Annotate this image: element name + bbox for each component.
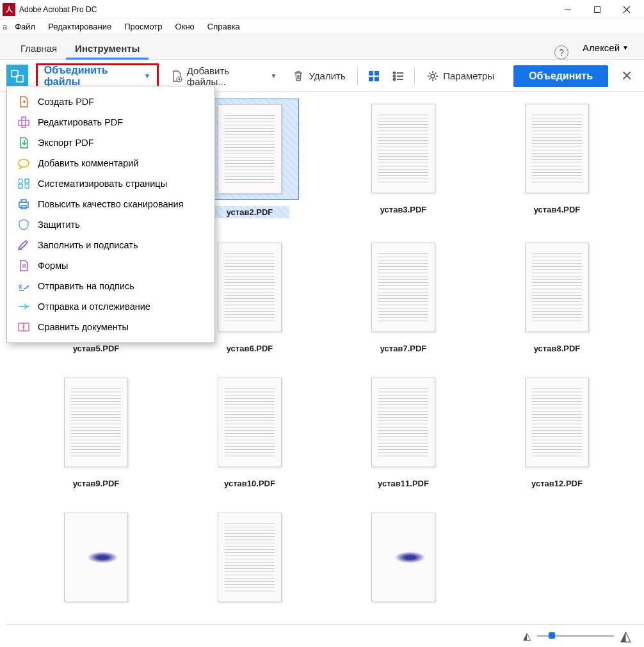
svg-rect-22 (19, 120, 29, 125)
dropdown-item-2[interactable]: Экспорт PDF (7, 132, 214, 153)
dropdown-icon (17, 116, 30, 129)
file-thumb[interactable]: устав4.PDF (480, 99, 634, 218)
file-thumb[interactable]: устав12.PDF (480, 372, 634, 488)
dropdown-label: Редактировать PDF (38, 117, 123, 127)
svg-rect-26 (25, 179, 29, 183)
dropdown-label: Заполнить и подписать (38, 240, 138, 250)
tab-home[interactable]: Главная (12, 36, 66, 60)
user-menu[interactable]: Алексей▼ (579, 36, 632, 60)
minimize-button[interactable] (553, 0, 583, 19)
page-preview (218, 104, 282, 194)
file-thumb[interactable]: устав3.PDF (326, 99, 480, 218)
grid-view-button[interactable] (366, 67, 382, 85)
dropdown-icon: x (17, 280, 30, 292)
menu-edit[interactable]: Редактирование (42, 20, 118, 33)
svg-rect-38 (24, 323, 29, 331)
svg-text:x: x (19, 283, 22, 290)
tab-tools[interactable]: Инструменты (66, 36, 149, 60)
file-thumb[interactable] (19, 507, 173, 614)
svg-rect-25 (19, 179, 22, 183)
page-preview (371, 378, 435, 467)
svg-rect-30 (21, 200, 26, 202)
dropdown-icon (17, 198, 30, 211)
dropdown-label: Систематизировать страницы (38, 179, 167, 189)
file-thumb[interactable]: устав8.PDF (480, 237, 634, 353)
dropdown-icon (17, 157, 30, 170)
file-thumb[interactable] (326, 507, 480, 614)
dropdown-icon (17, 300, 30, 313)
dropdown-item-7[interactable]: Заполнить и подписать (7, 235, 214, 255)
page-preview (525, 243, 589, 332)
dropdown-item-10[interactable]: Отправка и отслеживание (7, 296, 214, 317)
file-name: устав4.PDF (534, 205, 581, 214)
dropdown-icon (17, 177, 30, 190)
help-button[interactable]: ? (554, 45, 568, 60)
dropdown-item-5[interactable]: Повысить качество сканирования (7, 194, 214, 214)
dropdown-item-11[interactable]: Сравнить документы (7, 317, 214, 337)
trash-icon (292, 70, 305, 83)
file-thumb[interactable]: устав11.PDF (326, 372, 480, 488)
menu-prefix: а (3, 22, 7, 31)
svg-rect-28 (25, 184, 29, 188)
zoom-slider[interactable] (537, 635, 614, 637)
page-preview (371, 104, 435, 193)
file-thumb[interactable] (173, 507, 326, 614)
footer: ◭ ◭ (6, 624, 644, 647)
combine-tool-icon[interactable] (6, 65, 28, 88)
dropdown-icon (17, 259, 30, 272)
zoom-in-icon[interactable]: ◭ (620, 628, 631, 644)
combine-action-button[interactable]: Объединить (513, 65, 608, 87)
dropdown-item-0[interactable]: Создать PDF (7, 92, 214, 112)
dropdown-item-1[interactable]: Редактировать PDF (7, 112, 214, 132)
file-thumb[interactable]: устав7.PDF (326, 237, 480, 353)
file-name: устав6.PDF (227, 344, 273, 353)
list-view-button[interactable] (390, 67, 407, 85)
maximize-button[interactable] (583, 0, 612, 19)
close-button[interactable] (612, 0, 641, 19)
file-name: устав9.PDF (73, 479, 120, 488)
svg-rect-12 (374, 77, 379, 81)
add-files-label: Добавить файлы... (187, 65, 264, 87)
dropdown-item-3[interactable]: Добавить комментарий (7, 153, 214, 173)
svg-point-13 (394, 72, 396, 74)
file-name: устав5.PDF (73, 344, 120, 353)
titlebar: 人 Adobe Acrobat Pro DC (0, 0, 644, 19)
dropdown-item-8[interactable]: Формы (7, 255, 214, 276)
menu-window[interactable]: Окно (169, 20, 201, 33)
file-name: устав11.PDF (378, 479, 429, 488)
dropdown-label: Повысить качество сканирования (38, 199, 184, 209)
dropdown-label: Добавить комментарий (38, 158, 139, 168)
file-thumb[interactable]: устав10.PDF (173, 372, 326, 488)
zoom-out-icon[interactable]: ◭ (523, 630, 531, 642)
file-name: устав12.PDF (531, 479, 583, 488)
file-thumb[interactable]: устав9.PDF (19, 372, 173, 488)
menubar: а Файл Редактирование Просмотр Окно Спра… (0, 19, 644, 33)
svg-point-19 (431, 74, 435, 78)
dropdown-label: Отправить на подпись (38, 281, 134, 291)
combine-files-dropdown[interactable]: Объединить файлы▼ (36, 63, 159, 89)
svg-point-24 (19, 159, 29, 167)
svg-point-17 (394, 78, 396, 80)
close-tool-button[interactable]: ✕ (616, 65, 638, 87)
page-preview (218, 243, 282, 332)
dropdown-label: Защитить (38, 220, 80, 230)
svg-rect-9 (369, 71, 373, 76)
page-preview (218, 378, 282, 467)
file-name: устав8.PDF (534, 344, 581, 353)
options-button[interactable]: Параметры (423, 67, 498, 85)
page-preview (371, 243, 435, 332)
menu-help[interactable]: Справка (201, 20, 246, 33)
page-preview (64, 378, 128, 467)
dropdown-item-6[interactable]: Защитить (7, 214, 214, 235)
menu-file[interactable]: Файл (8, 20, 42, 33)
dropdown-icon (17, 95, 30, 108)
menu-view[interactable]: Просмотр (118, 20, 168, 33)
delete-button[interactable]: Удалить (288, 67, 349, 85)
combine-label: Объединить файлы (44, 65, 140, 88)
dropdown-item-9[interactable]: xОтправить на подпись (7, 276, 214, 296)
file-name: устав7.PDF (380, 344, 427, 353)
dropdown-item-4[interactable]: Систематизировать страницы (7, 173, 214, 194)
page-preview (525, 378, 589, 467)
svg-rect-10 (374, 71, 379, 76)
add-file-icon (170, 70, 183, 83)
